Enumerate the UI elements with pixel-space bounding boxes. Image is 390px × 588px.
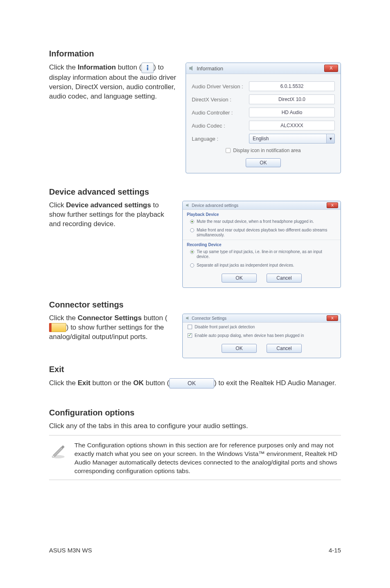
device-advanced-dialog: Device advanced settings X Playback Devi… [182, 201, 341, 288]
label: Audio Codec : [192, 123, 249, 129]
txt: button ( [142, 314, 167, 322]
close-icon[interactable]: X [327, 315, 338, 321]
dialog-titlebar: Connector Settings X [183, 314, 341, 323]
txt: ) to exit the Realtek HD Audio Manager. [214, 379, 336, 387]
opt-label: Disable front panel jack detection [195, 325, 255, 329]
cancel-button[interactable]: Cancel [267, 274, 302, 283]
txt-bold: Connector Settings [78, 314, 142, 322]
opt-label: Separate all input jacks as independent … [197, 263, 294, 268]
close-icon[interactable]: X [327, 202, 338, 208]
pencil-icon [49, 441, 67, 459]
information-dialog: Information X Audio Driver Version :6.0.… [186, 63, 341, 173]
divider [49, 435, 341, 435]
radio-icon [190, 263, 194, 267]
value-box: HD Audio [249, 108, 335, 117]
svg-rect-1 [147, 67, 148, 70]
recording-device-heading: Recording Device [183, 240, 341, 248]
ok-button-inline: OK [169, 378, 214, 388]
device-advanced-paragraph: Click Device advanced settings to show f… [49, 201, 174, 229]
dialog-title: Information [197, 65, 223, 72]
txt: Click the [49, 314, 78, 322]
radio-icon [190, 250, 194, 254]
label: Language : [192, 136, 249, 142]
information-paragraph: Click the Information button ( ) to disp… [49, 63, 177, 101]
opt-label: Mute the rear output device, when a fron… [197, 219, 314, 224]
txt-bold: Information [78, 63, 116, 71]
footer-right: 4-15 [329, 547, 341, 554]
svg-point-0 [147, 65, 148, 67]
recording-opt-2[interactable]: Separate all input jacks as independent … [183, 261, 341, 270]
txt-bold: Exit [78, 379, 90, 387]
checkbox-label: Display icon in notification area [233, 148, 300, 153]
ok-button[interactable]: OK [246, 158, 281, 167]
txt: Click [49, 201, 66, 209]
close-icon[interactable]: X [324, 65, 338, 72]
playback-opt-2[interactable]: Make front and rear output devices playb… [183, 226, 341, 240]
txt: Click the [49, 379, 78, 387]
svg-rect-3 [186, 204, 187, 206]
playback-device-heading: Playback Device [183, 210, 341, 218]
connector-settings-paragraph: Click the Connector Settings button ( ) … [49, 314, 174, 342]
dialog-title: Device advanced settings [192, 203, 238, 208]
label: Audio Controller : [192, 110, 249, 116]
select-value: English [253, 136, 269, 141]
opt-label: Make front and rear output devices playb… [197, 228, 335, 238]
note-text: The Configuration options shown in this … [74, 441, 341, 476]
opt-label: Enable auto popup dialog, when device ha… [195, 333, 304, 338]
audio-icon [185, 316, 190, 321]
txt: ) to show further settings for the analo… [49, 323, 164, 341]
txt-bold: Device advanced settings [66, 201, 151, 209]
svg-rect-4 [186, 317, 187, 319]
audio-icon [188, 65, 194, 71]
txt: button or the [90, 379, 133, 387]
configuration-options-heading: Configuration options [49, 408, 341, 417]
ok-button[interactable]: OK [222, 274, 257, 283]
display-icon-checkbox-row: Display icon in notification area [192, 148, 335, 153]
radio-icon [190, 228, 194, 232]
information-icon [141, 63, 154, 73]
dialog-title: Connector Settings [192, 316, 226, 321]
configuration-options-intro: Click any of the tabs in this area to co… [49, 422, 341, 431]
value-box: DirectX 10.0 [249, 94, 335, 104]
value-box: ALCXXXX [249, 121, 335, 130]
ok-button[interactable]: OK [222, 344, 257, 353]
playback-opt-1[interactable]: Mute the rear output device, when a fron… [183, 218, 341, 226]
dialog-body: Audio Driver Version :6.0.1.5532 DirectX… [186, 74, 341, 173]
checkbox-icon [188, 325, 192, 329]
dialog-titlebar: Device advanced settings X [183, 201, 341, 210]
device-advanced-heading: Device advanced settings [49, 187, 341, 197]
opt-label: Tie up same type of input jacks, i.e. li… [197, 249, 335, 260]
checkbox-icon [188, 333, 192, 338]
label: Audio Driver Version : [192, 83, 249, 90]
conn-opt-2[interactable]: Enable auto popup dialog, when device ha… [183, 331, 341, 340]
dialog-titlebar: Information X [186, 63, 341, 74]
txt: button ( [116, 63, 141, 71]
language-select[interactable]: English ▾ [249, 134, 335, 144]
cancel-button[interactable]: Cancel [267, 344, 302, 353]
connector-settings-heading: Connector settings [49, 300, 341, 310]
chevron-down-icon: ▾ [326, 134, 334, 143]
divider [49, 480, 341, 480]
information-heading: Information [49, 49, 341, 58]
note-row: The Configuration options shown in this … [49, 441, 341, 476]
exit-heading: Exit [49, 365, 341, 374]
label: DirectX Version : [192, 97, 249, 103]
conn-opt-1[interactable]: Disable front panel jack detection [183, 323, 341, 331]
folder-icon [49, 323, 66, 332]
page-footer: ASUS M3N WS 4-15 [49, 547, 341, 554]
txt: button ( [144, 379, 169, 387]
value-box: 6.0.1.5532 [249, 81, 335, 91]
checkbox[interactable] [226, 148, 231, 153]
audio-icon [185, 203, 190, 208]
recording-opt-1[interactable]: Tie up same type of input jacks, i.e. li… [183, 248, 341, 261]
txt-bold: OK [133, 379, 144, 387]
exit-paragraph: Click the Exit button or the OK button (… [49, 378, 341, 388]
connector-settings-dialog: Connector Settings X Disable front panel… [182, 314, 341, 358]
footer-left: ASUS M3N WS [49, 547, 92, 554]
svg-rect-2 [189, 67, 191, 70]
radio-icon [190, 220, 194, 224]
txt: Click the [49, 63, 78, 71]
